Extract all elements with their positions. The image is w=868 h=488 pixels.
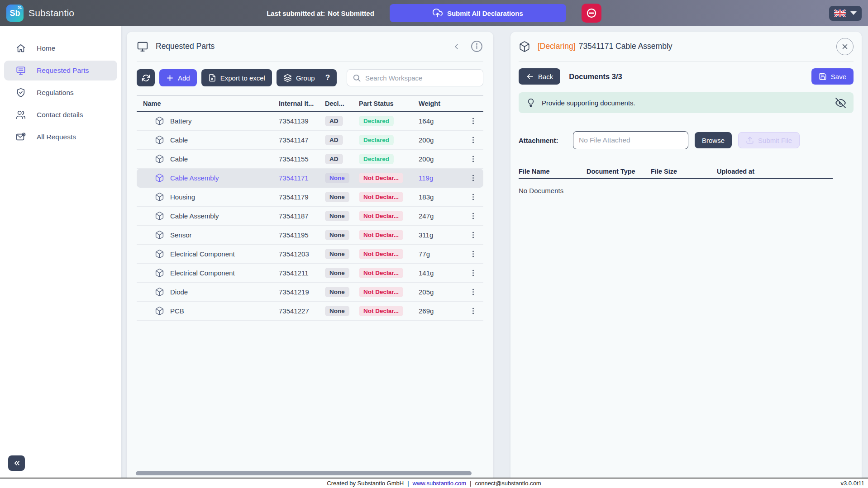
- column-header[interactable]: File Size: [651, 168, 717, 175]
- row-menu-button[interactable]: [463, 117, 483, 125]
- column-header[interactable]: Uploaded at: [717, 168, 833, 175]
- back-button[interactable]: Back: [519, 68, 560, 85]
- internal-item-number: 73541219: [279, 288, 325, 296]
- search-workspace-box: [347, 69, 483, 86]
- column-header[interactable]: Internal It...: [279, 100, 325, 107]
- part-weight: 77g: [419, 250, 463, 258]
- column-header[interactable]: Decl...: [325, 100, 359, 107]
- column-header[interactable]: Document Type: [587, 168, 651, 175]
- group-button[interactable]: Group ?: [277, 69, 337, 86]
- add-button[interactable]: Add: [159, 69, 197, 86]
- horizontal-scrollbar-thumb[interactable]: [136, 471, 472, 475]
- cube-icon: [155, 249, 164, 259]
- row-menu-button[interactable]: [463, 250, 483, 258]
- part-name: Battery: [170, 117, 192, 125]
- table-row[interactable]: Electrical Component 73541203 None Not D…: [137, 245, 483, 264]
- internal-item-number: 73541227: [279, 307, 325, 315]
- attachment-file-input[interactable]: [573, 131, 688, 149]
- group-help-badge[interactable]: ?: [325, 73, 330, 82]
- save-button[interactable]: Save: [811, 68, 854, 85]
- search-input[interactable]: [365, 74, 477, 82]
- table-row[interactable]: Sensor 73541195 None Not Declar... 311g: [137, 226, 483, 245]
- logo-superscript: 51: [18, 5, 22, 9]
- row-menu-button[interactable]: [463, 269, 483, 277]
- back-label: Back: [538, 73, 553, 81]
- row-menu-button[interactable]: [463, 136, 483, 144]
- table-row[interactable]: Housing 73541179 None Not Declar... 183g: [137, 188, 483, 207]
- table-row[interactable]: Cable 73541155 AD Declared 200g: [137, 150, 483, 169]
- attachment-row: Attachment: Browse Submit File: [519, 131, 854, 149]
- refresh-button[interactable]: [137, 69, 155, 86]
- stop-button[interactable]: [582, 4, 601, 23]
- sidebar-item-contact-details[interactable]: Contact details: [4, 105, 117, 125]
- plus-icon: [166, 74, 174, 82]
- parts-toolbar: Add Export to excel Group ?: [137, 69, 483, 86]
- info-button[interactable]: [470, 40, 483, 53]
- kebab-menu-icon: [469, 155, 477, 163]
- no-documents-text: No Documents: [519, 187, 854, 194]
- kebab-menu-icon: [469, 288, 477, 296]
- sidebar-item-label: Home: [37, 44, 55, 52]
- row-menu-button[interactable]: [463, 155, 483, 163]
- row-menu-button[interactable]: [463, 231, 483, 239]
- sidebar-item-regulations[interactable]: Regulations: [4, 83, 117, 103]
- column-header[interactable]: File Name: [519, 168, 587, 175]
- table-row[interactable]: PCB 73541227 None Not Declar... 269g: [137, 302, 483, 321]
- declaration-type-badge: None: [325, 287, 349, 297]
- submit-all-declarations-button[interactable]: Submit All Declarations: [390, 4, 566, 22]
- table-row[interactable]: Battery 73541139 AD Declared 164g: [137, 112, 483, 131]
- column-header[interactable]: Part Status: [359, 100, 419, 107]
- monitor-icon: [137, 41, 148, 52]
- sidebar: Home Requested Parts Regulations Contact…: [0, 26, 121, 478]
- cloud-upload-icon: [433, 8, 443, 18]
- sidebar-item-requested-parts[interactable]: Requested Parts: [4, 61, 117, 81]
- collapse-panel-button[interactable]: [452, 42, 461, 51]
- arrow-left-icon: [526, 72, 534, 81]
- table-row[interactable]: Cable 73541147 AD Declared 200g: [137, 131, 483, 150]
- footer-website-link[interactable]: www.substantio.com: [413, 480, 467, 487]
- kebab-menu-icon: [469, 269, 477, 277]
- close-panel-button[interactable]: [836, 38, 854, 55]
- sidebar-item-all-requests[interactable]: All Requests: [4, 127, 117, 147]
- declaration-type-badge: None: [325, 306, 349, 316]
- row-menu-button[interactable]: [463, 212, 483, 220]
- uk-flag-icon: [834, 9, 846, 17]
- submit-file-label: Submit File: [758, 137, 792, 144]
- add-label: Add: [178, 74, 190, 82]
- footer-separator: |: [407, 480, 409, 487]
- cube-icon: [155, 154, 164, 164]
- table-row[interactable]: Cable Assembly 73541171 None Not Declar.…: [137, 169, 483, 188]
- internal-item-number: 73541211: [279, 269, 325, 277]
- submit-all-label: Submit All Declarations: [447, 9, 523, 17]
- cube-icon: [155, 116, 164, 126]
- internal-item-number: 73541171: [279, 174, 325, 182]
- sidebar-item-home[interactable]: Home: [4, 38, 117, 58]
- language-selector[interactable]: [829, 6, 862, 21]
- export-to-excel-button[interactable]: Export to excel: [201, 69, 272, 86]
- table-row[interactable]: Electrical Component 73541211 None Not D…: [137, 264, 483, 283]
- part-status-badge: Not Declar...: [359, 173, 403, 183]
- row-menu-button[interactable]: [463, 307, 483, 315]
- browse-button[interactable]: Browse: [695, 132, 732, 148]
- part-status-badge: Not Declar...: [359, 287, 403, 297]
- search-icon: [353, 74, 361, 82]
- row-menu-button[interactable]: [463, 174, 483, 182]
- part-status-badge: Not Declar...: [359, 268, 403, 278]
- part-name: PCB: [170, 307, 184, 315]
- row-menu-button[interactable]: [463, 193, 483, 201]
- column-header[interactable]: Name: [137, 100, 279, 107]
- sidebar-item-label: Requested Parts: [37, 66, 89, 75]
- table-row[interactable]: Cable Assembly 73541187 None Not Declar.…: [137, 207, 483, 226]
- submit-file-button[interactable]: Submit File: [738, 132, 800, 148]
- group-label: Group: [296, 74, 315, 82]
- sidebar-collapse-button[interactable]: [8, 455, 25, 471]
- part-weight: 119g: [419, 174, 463, 182]
- brand-name: Substantio: [29, 8, 74, 19]
- hide-hint-button[interactable]: [835, 98, 846, 108]
- column-header[interactable]: Weight: [419, 100, 463, 107]
- internal-item-number: 73541179: [279, 193, 325, 201]
- table-row[interactable]: Diode 73541219 None Not Declar... 205g: [137, 283, 483, 302]
- documents-table-header: File Name Document Type File Size Upload…: [519, 165, 833, 179]
- part-weight: 141g: [419, 269, 463, 277]
- row-menu-button[interactable]: [463, 288, 483, 296]
